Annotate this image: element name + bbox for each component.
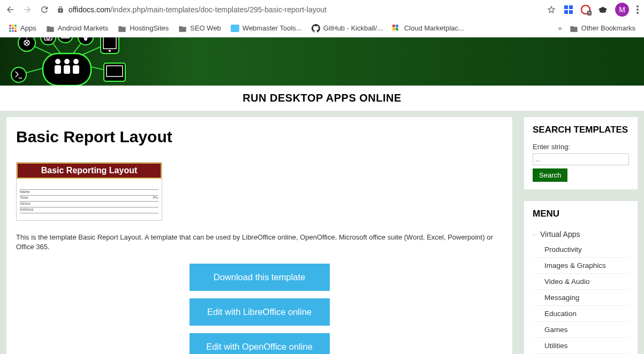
svg-point-16 [14, 30, 17, 32]
svg-rect-1 [569, 5, 573, 9]
menu-item[interactable]: Utilities [533, 338, 629, 354]
back-button[interactable] [5, 5, 15, 14]
url-text: offidocs.com/index.php/main-templates/do… [69, 5, 327, 14]
bookmark-overflow-icon[interactable]: » [558, 24, 562, 32]
svg-rect-49 [73, 65, 79, 74]
menu-item[interactable]: Images & Graphics [533, 258, 629, 274]
svg-rect-20 [392, 28, 395, 30]
download-button[interactable]: Download this template [190, 264, 330, 291]
lock-icon [57, 6, 64, 13]
search-widget: SEARCH TEMPLATES Enter string: Search [524, 117, 638, 189]
svg-rect-17 [231, 25, 239, 32]
bookmark-item[interactable]: Webmaster Tools... [231, 24, 302, 32]
banner-graphic [5, 37, 128, 86]
svg-point-11 [9, 27, 11, 29]
page-viewport[interactable]: RUN DESKTOP APPS ONLINE Basic Report Lay… [0, 37, 644, 354]
svg-point-46 [64, 59, 70, 64]
svg-rect-19 [396, 25, 398, 27]
svg-point-14 [9, 30, 11, 32]
other-bookmarks[interactable]: Other Bookmarks [570, 24, 635, 32]
svg-rect-2 [564, 10, 568, 14]
svg-rect-3 [569, 10, 573, 14]
svg-point-9 [12, 25, 14, 27]
bookmark-bar: Apps Android Markets HostingSites SEO We… [0, 19, 644, 37]
svg-rect-21 [396, 28, 398, 30]
svg-point-12 [12, 27, 14, 29]
svg-point-13 [14, 27, 17, 29]
svg-point-41 [109, 50, 111, 52]
svg-point-5 [637, 5, 639, 7]
svg-point-15 [12, 30, 14, 32]
main-content: Basic Report Layout Basic Reporting Layo… [6, 117, 512, 354]
star-icon[interactable] [547, 5, 556, 14]
menu-item[interactable]: Education [533, 306, 629, 322]
apps-shortcut[interactable]: Apps [9, 24, 36, 33]
reload-button[interactable] [40, 5, 49, 14]
svg-point-7 [637, 12, 639, 14]
browser-menu-icon[interactable] [637, 5, 639, 14]
menu-item[interactable]: Messaging [533, 290, 629, 306]
svg-point-42 [11, 67, 26, 82]
browser-toolbar: offidocs.com/index.php/main-templates/do… [0, 0, 644, 19]
search-label: Enter string: [533, 143, 629, 151]
svg-point-6 [637, 9, 639, 11]
thumbnail-title: Basic Reporting Layout [41, 166, 138, 175]
extension-icon-3[interactable] [598, 5, 608, 14]
svg-rect-0 [564, 5, 568, 9]
edit-openoffice-button[interactable]: Edit with OpenOffice online [190, 333, 330, 354]
extension-icon-2[interactable]: 5 [581, 5, 590, 14]
search-widget-title: SEARCH TEMPLATES [533, 125, 629, 135]
template-thumbnail[interactable]: Basic Reporting Layout Name TimePh: Sect… [16, 162, 162, 221]
svg-rect-18 [392, 25, 395, 27]
extension-icon-1[interactable] [564, 5, 573, 14]
bookmark-item[interactable]: GitHub - Kickball/... [312, 24, 383, 33]
search-button[interactable]: Search [533, 168, 567, 182]
svg-point-48 [73, 59, 79, 64]
menu-widget-title: MENU [533, 209, 629, 219]
template-description: This is the template Basic Report Layout… [16, 233, 503, 252]
svg-rect-45 [55, 65, 61, 74]
bookmark-folder[interactable]: Android Markets [46, 24, 109, 32]
site-banner [0, 37, 644, 86]
menu-item[interactable]: Productivity [533, 242, 629, 258]
svg-point-38 [84, 37, 87, 41]
bookmark-folder[interactable]: HostingSites [118, 24, 169, 32]
svg-point-8 [9, 25, 11, 27]
forward-button[interactable] [22, 5, 32, 14]
svg-point-10 [14, 25, 17, 27]
edit-libreoffice-button[interactable]: Edit with LibreOffice online [190, 298, 330, 326]
bookmark-item[interactable]: Cloud Marketplac... [392, 24, 464, 32]
tagline-bar: RUN DESKTOP APPS ONLINE [0, 86, 644, 111]
bookmark-folder[interactable]: SEO Web [178, 24, 221, 32]
page-title: Basic Report Layout [16, 128, 503, 146]
menu-item[interactable]: Video & Audio [533, 274, 629, 290]
menu-widget: MENU Virtual Apps Productivity Images & … [524, 201, 638, 354]
menu-item[interactable]: Games [533, 322, 629, 338]
tagline-text: RUN DESKTOP APPS ONLINE [0, 92, 644, 104]
profile-avatar[interactable]: M [615, 3, 629, 17]
svg-rect-47 [64, 65, 70, 74]
svg-point-44 [55, 59, 60, 64]
svg-point-28 [18, 37, 35, 51]
address-bar[interactable]: offidocs.com/index.php/main-templates/do… [57, 3, 539, 16]
menu-category[interactable]: Virtual Apps [533, 227, 629, 242]
search-input[interactable] [533, 153, 629, 165]
